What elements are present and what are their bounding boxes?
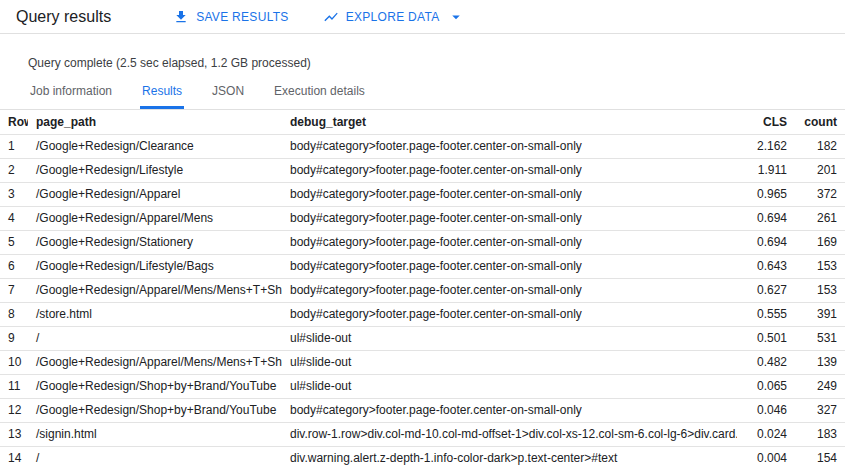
cell-cls: 0.694 bbox=[737, 230, 795, 254]
query-results-header: Query results SAVE RESULTS EXPLORE DATA bbox=[0, 0, 845, 34]
save-results-label: SAVE RESULTS bbox=[196, 10, 289, 24]
results-table: Row page_path debug_target CLS count 1/G… bbox=[0, 110, 845, 470]
cell-page-path: /Google+Redesign/Clearance bbox=[28, 134, 282, 158]
cell-debug-target: ul#slide-out bbox=[282, 350, 737, 374]
page-title: Query results bbox=[16, 8, 111, 26]
cell-row-number: 11 bbox=[0, 374, 28, 398]
cell-row-number: 9 bbox=[0, 326, 28, 350]
cell-cls: 0.482 bbox=[737, 350, 795, 374]
cell-cls: 0.024 bbox=[737, 422, 795, 446]
query-status: Query complete (2.5 sec elapsed, 1.2 GB … bbox=[28, 56, 845, 70]
tab-execution-details[interactable]: Execution details bbox=[272, 82, 367, 109]
cell-count: 391 bbox=[795, 302, 845, 326]
cell-debug-target: ul#slide-out bbox=[282, 374, 737, 398]
table-row: 9/ul#slide-out0.501531 bbox=[0, 326, 845, 350]
download-icon bbox=[173, 9, 189, 25]
cell-debug-target: body#category>footer.page-footer.center-… bbox=[282, 302, 737, 326]
cell-row-number: 13 bbox=[0, 422, 28, 446]
cell-page-path: /Google+Redesign/Stationery bbox=[28, 230, 282, 254]
cell-row-number: 1 bbox=[0, 134, 28, 158]
cell-debug-target: body#category>footer.page-footer.center-… bbox=[282, 206, 737, 230]
cell-count: 182 bbox=[795, 134, 845, 158]
table-row: 11/Google+Redesign/Shop+by+Brand/YouTube… bbox=[0, 374, 845, 398]
cell-cls: 1.911 bbox=[737, 158, 795, 182]
cell-count: 183 bbox=[795, 422, 845, 446]
table-row: 5/Google+Redesign/Stationerybody#categor… bbox=[0, 230, 845, 254]
cell-debug-target: body#category>footer.page-footer.center-… bbox=[282, 182, 737, 206]
tab-results[interactable]: Results bbox=[140, 82, 184, 109]
cell-count: 154 bbox=[795, 446, 845, 470]
cell-count: 201 bbox=[795, 158, 845, 182]
cell-row-number: 7 bbox=[0, 278, 28, 302]
cell-count: 169 bbox=[795, 230, 845, 254]
explore-data-button[interactable]: EXPLORE DATA bbox=[323, 8, 465, 26]
cell-cls: 0.555 bbox=[737, 302, 795, 326]
cell-row-number: 8 bbox=[0, 302, 28, 326]
cell-row-number: 6 bbox=[0, 254, 28, 278]
table-row: 4/Google+Redesign/Apparel/Mensbody#categ… bbox=[0, 206, 845, 230]
cell-count: 153 bbox=[795, 278, 845, 302]
tab-json[interactable]: JSON bbox=[210, 82, 246, 109]
explore-chart-icon bbox=[323, 9, 339, 25]
tab-bar: Job information Results JSON Execution d… bbox=[0, 82, 845, 110]
cell-page-path: /Google+Redesign/Apparel/Mens/Mens+T+Shi… bbox=[28, 278, 282, 302]
cell-row-number: 12 bbox=[0, 398, 28, 422]
cell-page-path: / bbox=[28, 446, 282, 470]
cell-debug-target: body#category>footer.page-footer.center-… bbox=[282, 158, 737, 182]
results-table-header: Row page_path debug_target CLS count bbox=[0, 110, 845, 134]
table-row: 7/Google+Redesign/Apparel/Mens/Mens+T+Sh… bbox=[0, 278, 845, 302]
save-results-button[interactable]: SAVE RESULTS bbox=[173, 9, 289, 25]
table-row: 12/Google+Redesign/Shop+by+Brand/YouTube… bbox=[0, 398, 845, 422]
cell-page-path: /Google+Redesign/Lifestyle bbox=[28, 158, 282, 182]
cell-cls: 0.627 bbox=[737, 278, 795, 302]
cell-debug-target: body#category>footer.page-footer.center-… bbox=[282, 134, 737, 158]
cell-page-path: /Google+Redesign/Apparel/Mens bbox=[28, 206, 282, 230]
table-row: 13/signin.htmldiv.row-1.row>div.col-md-1… bbox=[0, 422, 845, 446]
cell-page-path: /Google+Redesign/Apparel/Mens/Mens+T+Shi… bbox=[28, 350, 282, 374]
cell-row-number: 3 bbox=[0, 182, 28, 206]
cell-page-path: /Google+Redesign/Apparel bbox=[28, 182, 282, 206]
dropdown-arrow-icon bbox=[447, 8, 465, 26]
cell-debug-target: body#category>footer.page-footer.center-… bbox=[282, 230, 737, 254]
cell-row-number: 14 bbox=[0, 446, 28, 470]
cell-page-path: /Google+Redesign/Lifestyle/Bags bbox=[28, 254, 282, 278]
cell-count: 372 bbox=[795, 182, 845, 206]
results-table-body: 1/Google+Redesign/Clearancebody#category… bbox=[0, 134, 845, 470]
column-header-cls: CLS bbox=[737, 110, 795, 134]
tab-job-information[interactable]: Job information bbox=[28, 82, 114, 109]
cell-count: 261 bbox=[795, 206, 845, 230]
cell-count: 249 bbox=[795, 374, 845, 398]
column-header-count: count bbox=[795, 110, 845, 134]
cell-cls: 0.643 bbox=[737, 254, 795, 278]
table-row: 2/Google+Redesign/Lifestylebody#category… bbox=[0, 158, 845, 182]
cell-cls: 0.965 bbox=[737, 182, 795, 206]
cell-page-path: /Google+Redesign/Shop+by+Brand/YouTube bbox=[28, 374, 282, 398]
cell-cls: 0.004 bbox=[737, 446, 795, 470]
cell-count: 139 bbox=[795, 350, 845, 374]
cell-row-number: 5 bbox=[0, 230, 28, 254]
table-row: 8/store.htmlbody#category>footer.page-fo… bbox=[0, 302, 845, 326]
cell-page-path: / bbox=[28, 326, 282, 350]
cell-row-number: 10 bbox=[0, 350, 28, 374]
column-header-page-path: page_path bbox=[28, 110, 282, 134]
cell-debug-target: ul#slide-out bbox=[282, 326, 737, 350]
explore-data-label: EXPLORE DATA bbox=[346, 10, 440, 24]
cell-count: 153 bbox=[795, 254, 845, 278]
table-row: 3/Google+Redesign/Apparelbody#category>f… bbox=[0, 182, 845, 206]
cell-cls: 0.046 bbox=[737, 398, 795, 422]
cell-count: 531 bbox=[795, 326, 845, 350]
cell-row-number: 2 bbox=[0, 158, 28, 182]
table-row: 14/div.warning.alert.z-depth-1.info-colo… bbox=[0, 446, 845, 470]
table-row: 10/Google+Redesign/Apparel/Mens/Mens+T+S… bbox=[0, 350, 845, 374]
cell-cls: 2.162 bbox=[737, 134, 795, 158]
cell-row-number: 4 bbox=[0, 206, 28, 230]
cell-page-path: /signin.html bbox=[28, 422, 282, 446]
column-header-row: Row bbox=[0, 110, 28, 134]
table-row: 6/Google+Redesign/Lifestyle/Bagsbody#cat… bbox=[0, 254, 845, 278]
cell-count: 327 bbox=[795, 398, 845, 422]
table-row: 1/Google+Redesign/Clearancebody#category… bbox=[0, 134, 845, 158]
cell-page-path: /Google+Redesign/Shop+by+Brand/YouTube bbox=[28, 398, 282, 422]
cell-debug-target: body#category>footer.page-footer.center-… bbox=[282, 398, 737, 422]
cell-debug-target: body#category>footer.page-footer.center-… bbox=[282, 278, 737, 302]
cell-debug-target: body#category>footer.page-footer.center-… bbox=[282, 254, 737, 278]
